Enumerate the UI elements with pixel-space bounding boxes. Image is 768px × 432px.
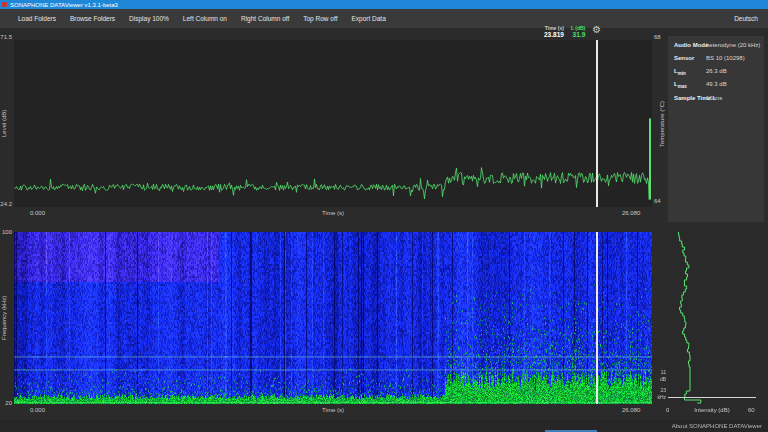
spectrogram-plot[interactable] [14, 232, 652, 404]
titlebar: SONAPHONE DATAViewer v1.3.1-beta3 [0, 0, 768, 9]
cursor-frequency-unit: kHz [652, 395, 666, 400]
info-panel: Audio Mode heterodyne (20 kHz) Sensor BS… [668, 36, 764, 222]
info-row-lmax: Lmax 49.3 dB [674, 81, 760, 90]
menu-item-top-row[interactable]: Top Row off [303, 15, 337, 22]
menu-item-export-data[interactable]: Export Data [351, 15, 385, 22]
cursor-intensity-value: 11 [652, 370, 666, 375]
cursor-level-value: 31.9 [571, 31, 585, 39]
intensity-xmax-tick: 60 [748, 407, 755, 413]
info-label: Sensor [674, 55, 706, 64]
app-icon [2, 2, 7, 7]
menu-item-left-column[interactable]: Left Column on [183, 15, 227, 22]
about-link[interactable]: About SONAPHONE DATAViewer [672, 423, 762, 429]
level-plot[interactable] [14, 40, 652, 207]
cursor-readout: Time (s) 23.819 L (dB) 31.9 ⚙ [544, 25, 601, 39]
info-value: heterodyne (20 kHz) [706, 42, 760, 51]
info-row-audio-mode: Audio Mode heterodyne (20 kHz) [674, 42, 760, 51]
intensity-frequency-cursor[interactable] [668, 397, 756, 398]
spectro-xmax-tick: 26.080 [622, 407, 640, 413]
settings-gear-icon[interactable]: ⚙ [592, 25, 601, 35]
menu-item-right-column[interactable]: Right Column off [241, 15, 289, 22]
cursor-time-value: 23.819 [544, 31, 564, 39]
menu-item-display-zoom[interactable]: Display 100% [129, 15, 169, 22]
info-label: Sample Time L [674, 95, 706, 104]
menu-item-browse-folders[interactable]: Browse Folders [70, 15, 115, 22]
info-value: 26.3 dB [706, 68, 727, 77]
spectrogram-time-cursor[interactable] [596, 232, 598, 404]
info-label: Lmin [674, 68, 706, 77]
language-toggle[interactable]: Deutsch [734, 15, 758, 22]
app-window: SONAPHONE DATAViewer v1.3.1-beta3 Load F… [0, 0, 768, 432]
spectro-xaxis-label: Time (s) [14, 407, 652, 413]
intensity-plot-canvas[interactable] [668, 232, 756, 404]
info-label: Audio Mode [674, 42, 706, 51]
info-value: BS 10 (10298) [706, 55, 745, 64]
window-title: SONAPHONE DATAViewer v1.3.1-beta3 [10, 2, 118, 8]
level-time-cursor[interactable] [596, 40, 598, 207]
info-row-sample-time: Sample Time L 16 ms [674, 95, 760, 104]
temperature-yaxis-label: Temperature (°C) [659, 40, 665, 207]
info-label: Lmax [674, 81, 706, 90]
level-xaxis-label: Time (s) [14, 210, 652, 216]
cursor-frequency-value: 23 [652, 388, 666, 393]
level-xmax-tick: 26.080 [622, 210, 640, 216]
info-value: 49.3 dB [706, 81, 727, 90]
info-row-lmin: Lmin 26.3 dB [674, 68, 760, 77]
intensity-xaxis-label: Intensity (dB) [668, 407, 756, 413]
info-value: 16 ms [706, 95, 722, 104]
cursor-intensity-unit: dB [652, 377, 666, 382]
menu-item-load-folders[interactable]: Load Folders [18, 15, 56, 22]
statusbar: About SONAPHONE DATAViewer [0, 420, 768, 432]
cursor-time-readout: Time (s) 23.819 [544, 25, 564, 39]
cursor-level-readout: L (dB) 31.9 [571, 25, 585, 39]
level-plot-canvas[interactable] [14, 40, 652, 207]
intensity-panel[interactable] [668, 232, 756, 404]
info-row-sensor: Sensor BS 10 (10298) [674, 55, 760, 64]
level-yaxis-label: Level (dB) [1, 40, 7, 207]
spectrogram-canvas[interactable] [14, 232, 652, 404]
spectro-yaxis-label: Frequency (kHz) [1, 232, 7, 404]
menubar: Load Folders Browse Folders Display 100%… [0, 9, 768, 28]
